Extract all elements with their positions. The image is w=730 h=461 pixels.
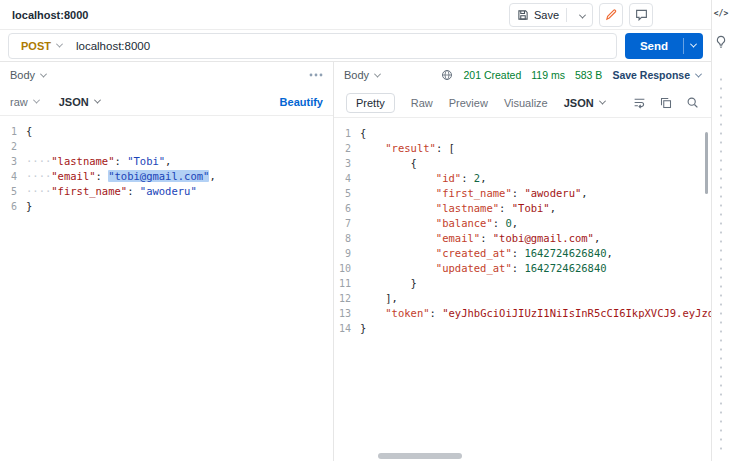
code-line: 12 ], [334,291,711,306]
response-view-tabs: Pretty Raw Preview Visualize JSON [334,88,711,118]
save-icon [517,9,529,21]
send-button-label: Send [625,40,683,52]
response-vertical-scrollbar[interactable] [705,132,708,194]
line-number: 3 [0,154,26,169]
chevron-down-icon [579,11,586,18]
line-number: 12 [334,291,360,306]
line-number: 2 [334,141,360,156]
code-line: 4····"email": "tobi@gmail.com", [0,169,333,184]
chevron-down-icon [599,98,606,105]
line-number: 3 [334,156,360,171]
line-number: 14 [334,321,360,336]
method-label: POST [21,40,51,52]
copy-icon[interactable] [660,97,672,109]
network-globe-icon [441,69,453,81]
request-body-editor[interactable]: 1{23····"lastname": "Tobi",4····"email":… [0,116,333,461]
comments-button[interactable] [629,3,653,27]
line-number: 5 [334,186,360,201]
chevron-down-icon [33,97,40,104]
response-section-dropdown[interactable]: Body [344,69,380,81]
code-line: 10 "updated_at": 1642724626840 [334,261,711,276]
body-mode-dropdown[interactable]: raw [10,96,39,108]
tab-pretty[interactable]: Pretty [346,93,395,113]
chevron-down-icon [695,70,702,77]
line-number: 11 [334,276,360,291]
response-panel: Body 201 Created 119 ms 583 B Save Respo… [334,62,711,461]
api-client-app: localhost:8000 Save [0,0,730,461]
tab-visualize[interactable]: Visualize [504,97,548,109]
code-line: 2 [0,139,333,154]
line-number: 5 [0,184,26,199]
line-number: 13 [334,306,360,321]
response-panel-header: Body 201 Created 119 ms 583 B Save Respo… [334,62,711,88]
code-line: 8 "email": "tobi@gmail.com", [334,231,711,246]
send-options-button[interactable] [683,38,703,54]
code-line: 11 } [334,276,711,291]
beautify-button[interactable]: Beautify [280,96,323,108]
code-line: 5 "first_name": "awoderu", [334,186,711,201]
code-line: 6} [0,199,333,214]
code-line: 3····"lastname": "Tobi", [0,154,333,169]
line-number: 10 [334,261,360,276]
line-number: 1 [334,126,360,141]
request-body-panel: Body raw JSON Beautify [0,62,334,461]
body-mode-label: raw [10,96,28,108]
line-number: 6 [334,201,360,216]
more-options-button[interactable] [309,73,323,77]
save-button[interactable]: Save [509,3,593,27]
chevron-down-icon [94,97,101,104]
code-line: 13 "token": "eyJhbGciOiJIUzI1NiIsInR5cCI… [334,306,711,321]
response-language-label: JSON [564,97,594,109]
tab-raw[interactable]: Raw [411,97,433,109]
save-button-label: Save [534,9,559,21]
save-response-button[interactable]: Save Response [612,69,701,81]
save-response-label: Save Response [612,69,690,81]
line-number: 2 [0,139,26,154]
code-line: 9 "created_at": 1642724626840, [334,246,711,261]
response-toolbar-icons [633,96,699,109]
chevron-down-icon [40,70,47,77]
status-badge: 201 Created [463,69,521,81]
search-icon[interactable] [686,96,699,109]
code-line: 1{ [0,124,333,139]
wrap-text-icon[interactable] [633,96,646,109]
response-language-dropdown[interactable]: JSON [564,97,605,109]
line-number: 7 [334,216,360,231]
response-body-editor: 1{2 "result": [3 {4 "id": 2,5 "first_nam… [334,118,711,461]
code-line: 1{ [334,126,711,141]
code-line: 6 "lastname": "Tobi", [334,201,711,216]
request-tab-header: localhost:8000 Save [0,0,711,30]
rail-dotted-handle [720,75,722,453]
line-number: 1 [0,124,26,139]
code-line: 3 { [334,156,711,171]
request-bar: POST Send [0,30,711,62]
save-button-divider [566,8,567,22]
chevron-down-icon [690,41,697,48]
code-snippet-icon[interactable]: </> [714,9,728,18]
request-section-dropdown[interactable]: Body [10,69,46,81]
chevron-down-icon [56,41,63,48]
body-language-label: JSON [59,96,89,108]
code-line: 5····"first_name": "awoderu" [0,184,333,199]
edit-button[interactable] [599,3,623,27]
response-time: 119 ms [531,69,565,81]
line-number: 6 [0,199,26,214]
more-options-icon [309,73,323,77]
chevron-down-icon [374,70,381,77]
response-horizontal-scrollbar[interactable] [378,453,462,459]
code-line: 4 "id": 2, [334,171,711,186]
save-options-button[interactable] [574,9,585,21]
code-line: 7 "balance": 0, [334,216,711,231]
response-size: 583 B [575,69,602,81]
send-button[interactable]: Send [625,33,703,59]
url-input[interactable] [74,40,616,52]
tab-preview[interactable]: Preview [449,97,488,109]
right-sidebar-rail: </> [711,0,730,461]
method-selector[interactable]: POST [9,40,74,52]
workspace-panels: Body raw JSON Beautify [0,62,711,461]
lightbulb-icon[interactable] [715,35,727,49]
line-number: 8 [334,231,360,246]
request-body-toolbar: raw JSON Beautify [0,88,333,116]
request-panel-header: Body [0,62,333,88]
body-language-dropdown[interactable]: JSON [59,96,100,108]
